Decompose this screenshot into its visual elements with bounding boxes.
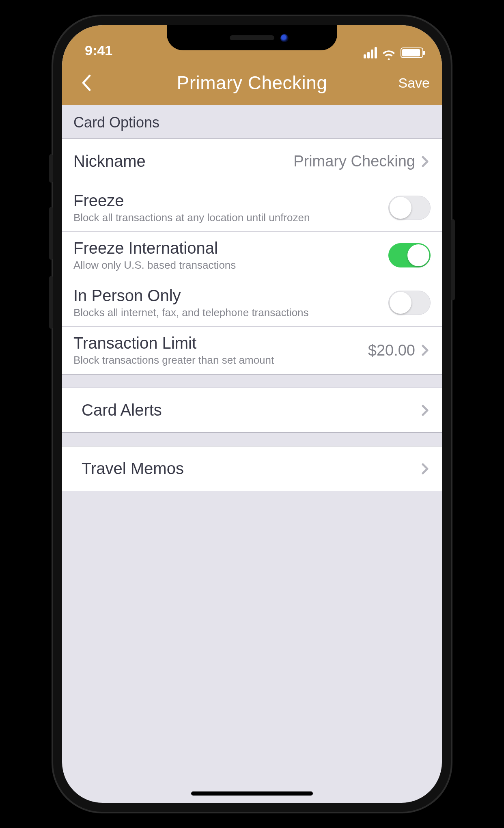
section-gap [62,433,442,446]
freeze-international-row: Freeze International Allow only U.S. bas… [62,232,442,279]
cellular-icon [364,47,377,58]
travel-memos-label: Travel Memos [82,459,419,478]
power-button [451,219,455,300]
in-person-toggle[interactable] [388,291,431,315]
front-camera [280,34,289,42]
section-gap [62,374,442,388]
freeze-intl-sub: Allow only U.S. based transactions [73,259,388,272]
wifi-icon [382,47,396,58]
tx-limit-sub: Block transactions greater than set amou… [73,354,368,367]
page-title: Primary Checking [62,72,442,94]
in-person-sub: Blocks all internet, fax, and telephone … [73,306,388,319]
section-header-card-options: Card Options [62,105,442,139]
home-indicator[interactable] [191,791,313,796]
status-icons [364,47,423,58]
chevron-right-icon [419,463,431,474]
status-time: 9:41 [85,43,150,58]
notch [167,25,337,50]
travel-memos-row[interactable]: Travel Memos [62,446,442,491]
chevron-right-icon [419,405,431,416]
nickname-label: Nickname [73,152,293,170]
volume-down-button [49,276,53,329]
card-options-group: Nickname Primary Checking Freeze Block a… [62,139,442,374]
nav-bar: Primary Checking Save [62,61,442,105]
phone-frame: 9:41 Primary Checking Save [53,16,451,812]
volume-up-button [49,207,53,260]
freeze-sub: Block all transactions at any location u… [73,211,388,224]
nickname-value: Primary Checking [293,153,415,170]
chevron-right-icon [419,345,431,356]
tx-limit-label: Transaction Limit [73,334,368,352]
card-alerts-label: Card Alerts [82,401,419,419]
screen: 9:41 Primary Checking Save [62,25,442,803]
nickname-row[interactable]: Nickname Primary Checking [62,139,442,184]
speaker-grille [230,35,274,40]
chevron-right-icon [419,156,431,167]
freeze-intl-toggle[interactable] [388,243,431,267]
in-person-only-row: In Person Only Blocks all internet, fax,… [62,279,442,327]
battery-icon [401,47,423,58]
freeze-row: Freeze Block all transactions at any loc… [62,184,442,232]
tx-limit-value: $20.00 [368,342,415,359]
side-button [49,154,53,183]
card-alerts-row[interactable]: Card Alerts [62,388,442,433]
transaction-limit-row[interactable]: Transaction Limit Block transactions gre… [62,327,442,374]
freeze-intl-label: Freeze International [73,239,388,257]
freeze-label: Freeze [73,192,388,210]
in-person-label: In Person Only [73,287,388,305]
freeze-toggle[interactable] [388,196,431,220]
